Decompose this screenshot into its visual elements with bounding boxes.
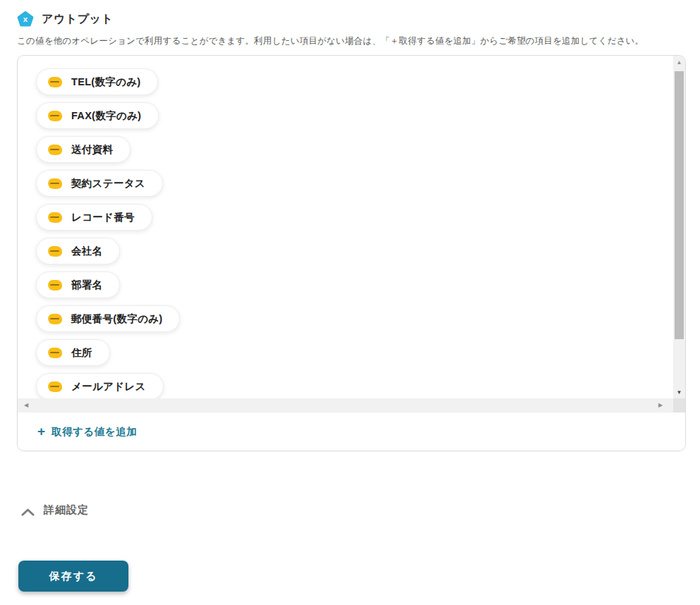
output-chip-label: 部署名 xyxy=(71,279,102,292)
output-chip-label: レコード番号 xyxy=(71,211,135,224)
app-tag-icon xyxy=(48,246,62,257)
output-chip-label: 住所 xyxy=(71,346,92,360)
add-value-row: + 取得する値を追加 xyxy=(18,412,685,451)
output-chip[interactable]: 郵便番号(数字のみ) xyxy=(36,305,180,332)
svg-text:x: x xyxy=(23,15,28,23)
app-tag-icon xyxy=(48,348,62,358)
output-settings-page: x アウトプット この値を他のオペレーションで利用することができます。利用したい… xyxy=(0,0,700,592)
output-section-header: x アウトプット xyxy=(17,9,686,29)
chevron-up-icon xyxy=(21,506,35,514)
output-chip-label: TEL(数字のみ) xyxy=(71,75,140,89)
output-chip-label: メールアドレス xyxy=(71,380,146,393)
output-chip[interactable]: レコード番号 xyxy=(36,204,152,231)
horizontal-scrollbar[interactable]: ◀ ▶ xyxy=(18,398,673,412)
scroll-down-icon[interactable]: ▼ xyxy=(673,387,685,398)
vertical-scrollbar[interactable]: ▲ ▼ xyxy=(673,56,685,398)
add-value-label: 取得する値を追加 xyxy=(52,425,137,439)
output-chip[interactable]: 住所 xyxy=(36,339,110,366)
output-chip-label: 送付資料 xyxy=(71,143,113,157)
output-scroll-area: TEL(数字のみ) FAX(数字のみ) 送付資料 契約ステータス レコード番号 … xyxy=(18,56,685,412)
scroll-up-icon[interactable]: ▲ xyxy=(673,57,685,68)
app-tag-icon xyxy=(48,314,62,324)
app-tag-icon xyxy=(48,77,62,87)
output-chip[interactable]: TEL(数字のみ) xyxy=(36,68,158,95)
output-chip[interactable]: 契約ステータス xyxy=(36,170,163,197)
output-chip[interactable]: 送付資料 xyxy=(36,136,131,163)
app-tag-icon xyxy=(48,381,62,392)
output-chip-label: 郵便番号(数字のみ) xyxy=(71,312,162,326)
vertical-scrollbar-thumb[interactable] xyxy=(675,71,684,339)
output-chip-label: FAX(数字のみ) xyxy=(71,109,141,123)
save-button[interactable]: 保存する xyxy=(18,561,128,592)
plus-icon: + xyxy=(37,424,45,438)
output-chip-list: TEL(数字のみ) FAX(数字のみ) 送付資料 契約ステータス レコード番号 … xyxy=(18,56,673,398)
output-description: この値を他のオペレーションで利用することができます。利用したい項目がない場合は、… xyxy=(17,35,686,47)
output-values-panel: TEL(数字のみ) FAX(数字のみ) 送付資料 契約ステータス レコード番号 … xyxy=(17,55,686,451)
output-chip-label: 契約ステータス xyxy=(71,177,145,190)
output-chip[interactable]: メールアドレス xyxy=(36,373,164,398)
output-chip[interactable]: 部署名 xyxy=(36,271,120,298)
scroll-right-icon[interactable]: ▶ xyxy=(655,398,666,412)
output-chip-label: 会社名 xyxy=(71,245,102,258)
scroll-left-icon[interactable]: ◀ xyxy=(20,398,32,412)
app-tag-icon xyxy=(48,212,62,223)
advanced-settings-label: 詳細設定 xyxy=(44,503,89,517)
output-chip[interactable]: 会社名 xyxy=(36,238,120,264)
app-tag-icon xyxy=(48,111,62,121)
output-pentagon-icon: x xyxy=(17,11,34,28)
output-chip[interactable]: FAX(数字のみ) xyxy=(36,102,159,129)
add-value-button[interactable]: + 取得する値を追加 xyxy=(37,425,137,439)
page-title: アウトプット xyxy=(42,12,113,27)
app-tag-icon xyxy=(48,178,62,189)
app-tag-icon xyxy=(48,280,62,291)
advanced-settings-toggle[interactable]: 詳細設定 xyxy=(21,503,89,517)
scrollbar-corner xyxy=(673,398,685,412)
app-tag-icon xyxy=(48,145,62,155)
